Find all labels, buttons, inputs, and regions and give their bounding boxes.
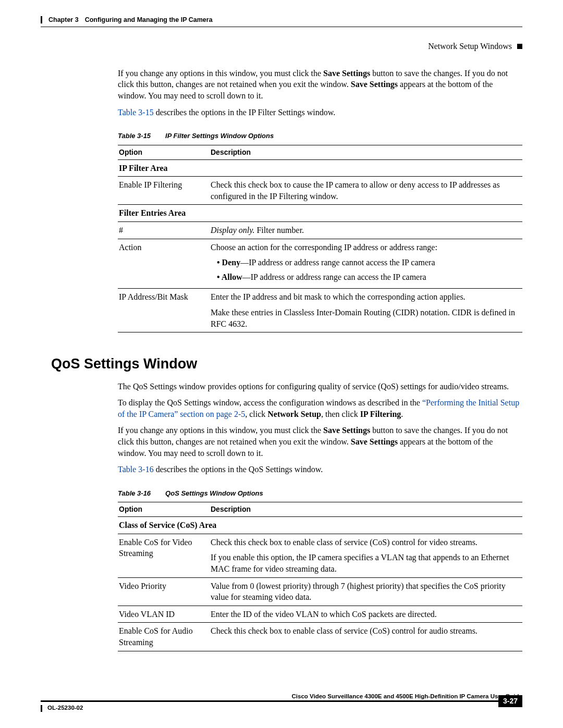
- table-row: Action Choose an action for the correspo…: [118, 239, 522, 289]
- table-row: Video Priority Value from 0 (lowest prio…: [118, 577, 522, 606]
- header-right: Network Setup Windows: [428, 26, 522, 52]
- footer-docnum: OL-25230-02: [47, 704, 83, 712]
- header-left: Chapter 3 Configuring and Managing the I…: [41, 16, 213, 24]
- footer-left: OL-25230-02: [41, 704, 83, 712]
- content-block-1: If you change any options in this window…: [118, 68, 522, 332]
- table-row: IP Address/Bit Mask Enter the IP address…: [118, 289, 522, 332]
- content-block-2: The QoS Settings window provides options…: [118, 381, 522, 651]
- qos-para-1: The QoS Settings window provides options…: [118, 381, 522, 392]
- qos-para-2: To display the QoS Settings window, acce…: [118, 397, 522, 419]
- header-square-icon: [517, 44, 522, 49]
- header-chapter: Chapter 3: [48, 16, 79, 24]
- header-bar-icon: [41, 16, 42, 23]
- footer-book-title: Cisco Video Surveillance 4300E and 4500E…: [41, 693, 522, 701]
- table-3-16-caption: Table 3-16QoS Settings Window Options: [118, 489, 522, 498]
- list-item: Allow—IP address or address range can ac…: [217, 272, 519, 283]
- list-item: Deny—IP address or address range cannot …: [217, 257, 519, 268]
- header-section: Network Setup Windows: [428, 41, 512, 52]
- intro-para-2: Table 3-15 describes the options in the …: [118, 107, 522, 118]
- table-row: Enable CoS for Video Streaming Check thi…: [118, 534, 522, 577]
- table-row: IP Filter Area: [118, 159, 522, 177]
- th-option: Option: [118, 502, 210, 517]
- intro-para-1: If you change any options in this window…: [118, 68, 522, 102]
- table-row: Enable IP Filtering Check this check box…: [118, 177, 522, 205]
- qos-para-4: Table 3-16 describes the options in the …: [118, 464, 522, 475]
- qos-para-3: If you change any options in this window…: [118, 425, 522, 459]
- th-description: Description: [210, 145, 522, 159]
- action-bullets: Deny—IP address or address range cannot …: [217, 257, 519, 282]
- qos-heading: QoS Settings Window: [51, 354, 522, 373]
- table-3-15-link[interactable]: Table 3-15: [118, 108, 154, 117]
- header-title: Configuring and Managing the IP Camera: [85, 16, 213, 24]
- table-row: Video VLAN ID Enter the ID of the video …: [118, 606, 522, 623]
- table-row: Enable CoS for Audio Streaming Check thi…: [118, 623, 522, 651]
- th-description: Description: [210, 502, 522, 517]
- table-3-15-caption: Table 3-15IP Filter Settings Window Opti…: [118, 131, 522, 141]
- footer-rule: 3-27: [41, 700, 522, 702]
- table-3-16-link[interactable]: Table 3-16: [118, 465, 154, 474]
- table-3-15: Option Description IP Filter Area Enable…: [118, 145, 522, 332]
- table-row: Filter Entries Area: [118, 205, 522, 222]
- page-number-badge: 3-27: [498, 695, 522, 707]
- footer-bar-icon: [41, 705, 42, 712]
- th-option: Option: [118, 145, 210, 159]
- table-3-16: Option Description Class of Service (CoS…: [118, 502, 522, 651]
- page-footer: Cisco Video Surveillance 4300E and 4500E…: [41, 693, 522, 712]
- table-row: Class of Service (CoS) Area: [118, 517, 522, 534]
- table-row: # Display only. Filter number.: [118, 222, 522, 239]
- running-header: Chapter 3 Configuring and Managing the I…: [41, 16, 522, 24]
